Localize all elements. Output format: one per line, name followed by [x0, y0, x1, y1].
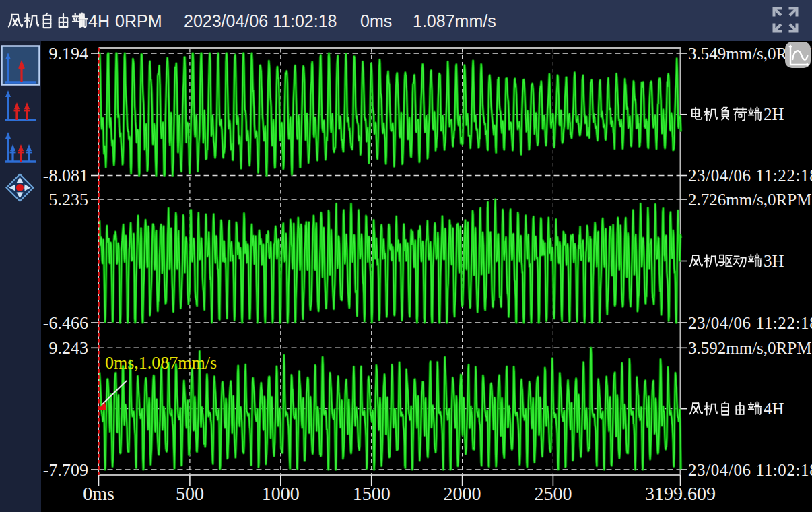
svg-text:-7.709: -7.709 — [43, 460, 88, 480]
svg-text:3.592mm/s,0RPM: 3.592mm/s,0RPM — [688, 339, 811, 357]
svg-text:2000: 2000 — [444, 483, 481, 504]
svg-text:23/04/06 11:22:18: 23/04/06 11:22:18 — [688, 314, 812, 332]
svg-text:2500: 2500 — [534, 483, 572, 504]
svg-text:0ms,1.087mm/s: 0ms,1.087mm/s — [105, 353, 217, 373]
svg-text:0ms: 0ms — [360, 11, 392, 30]
svg-text:1000: 1000 — [262, 483, 300, 504]
svg-text:1500: 1500 — [353, 483, 391, 504]
svg-text:3H: 3H — [764, 252, 784, 270]
svg-text:500: 500 — [176, 483, 204, 504]
svg-text:4H: 4H — [764, 399, 784, 418]
svg-text:0RPM: 0RPM — [115, 11, 162, 30]
svg-text:23/04/06 11:02:18: 23/04/06 11:02:18 — [688, 461, 812, 479]
svg-text:1.087mm/s: 1.087mm/s — [413, 11, 496, 30]
svg-text:9.194: 9.194 — [49, 44, 89, 63]
svg-text:2023/04/06 11:02:18: 2023/04/06 11:02:18 — [184, 11, 337, 30]
svg-text:2.726mm/s,0RPM: 2.726mm/s,0RPM — [688, 191, 811, 209]
svg-text:5.235: 5.235 — [49, 190, 89, 210]
svg-text:4H: 4H — [88, 11, 110, 30]
svg-text:-6.466: -6.466 — [43, 313, 88, 333]
svg-text:9.243: 9.243 — [49, 338, 89, 358]
svg-text:2H: 2H — [764, 105, 784, 123]
svg-text:3199.609: 3199.609 — [645, 483, 716, 504]
svg-text:0ms: 0ms — [83, 483, 114, 504]
svg-text:23/04/06 11:22:18: 23/04/06 11:22:18 — [688, 166, 812, 185]
svg-text:-8.081: -8.081 — [43, 166, 88, 185]
